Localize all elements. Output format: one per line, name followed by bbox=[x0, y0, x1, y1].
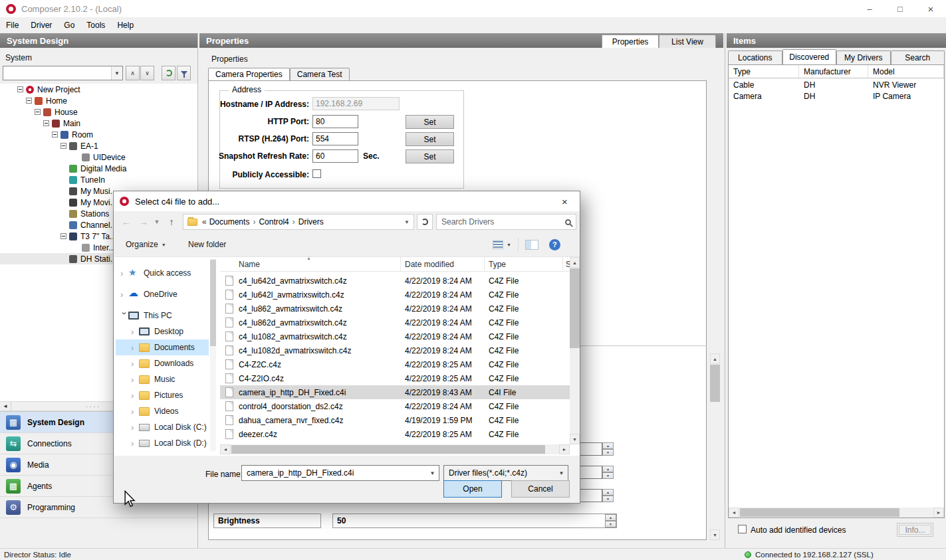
hostname-input[interactable]: 192.168.2.69 bbox=[312, 97, 400, 110]
camera-tab[interactable]: Camera Properties bbox=[208, 68, 290, 80]
items-tab[interactable]: Locations bbox=[728, 50, 782, 64]
menu-item[interactable]: Help bbox=[111, 17, 140, 33]
breadcrumb-item[interactable]: ›Drivers bbox=[289, 217, 324, 227]
property-spinner[interactable]: ▲▼ bbox=[602, 442, 614, 456]
move-up-button[interactable]: ∧ bbox=[126, 66, 140, 80]
spin-down-icon[interactable]: ▼ bbox=[602, 449, 614, 456]
scroll-left-icon[interactable]: ◄ bbox=[729, 508, 739, 517]
sidebar-item[interactable]: › This PC bbox=[116, 308, 209, 324]
file-type-combo[interactable]: Driver files(*.c4i;*.c4z) ▼ bbox=[443, 465, 568, 481]
forward-button[interactable]: → bbox=[135, 213, 152, 231]
open-button[interactable]: Open bbox=[443, 480, 502, 498]
new-folder-button[interactable]: New folder bbox=[188, 240, 226, 249]
tree-item[interactable]: Main bbox=[0, 118, 197, 129]
chevron-right-icon[interactable]: › bbox=[131, 407, 139, 417]
file-row[interactable]: c4_lu642l_avmatrixswitch.c4z 4/22/2019 8… bbox=[220, 288, 570, 302]
chevron-right-icon[interactable]: › bbox=[131, 391, 139, 401]
sidebar-item[interactable]: › Pictures bbox=[116, 387, 209, 403]
items-column-header[interactable]: Type bbox=[729, 65, 799, 78]
chevron-down-icon[interactable]: ▼ bbox=[426, 466, 439, 480]
tree-item[interactable]: Home bbox=[0, 95, 197, 106]
scroll-up-icon[interactable]: ▲ bbox=[570, 257, 580, 268]
spin-down-icon[interactable]: ▼ bbox=[602, 472, 614, 479]
scrollbar-thumb[interactable] bbox=[710, 365, 720, 402]
up-button[interactable]: ↑ bbox=[163, 213, 180, 231]
file-list-horizontal-scrollbar[interactable]: ◄ ► bbox=[220, 444, 570, 454]
breadcrumb-item[interactable]: ›Documents bbox=[209, 217, 250, 227]
breadcrumb-overflow-icon[interactable]: « bbox=[202, 217, 207, 227]
maximize-button[interactable]: □ bbox=[885, 0, 915, 17]
filter-button[interactable] bbox=[177, 66, 191, 80]
expand-toggle-icon[interactable] bbox=[43, 120, 49, 126]
spin-up-icon[interactable]: ▲ bbox=[602, 489, 614, 496]
menu-item[interactable]: Go bbox=[58, 17, 80, 33]
chevron-right-icon[interactable]: › bbox=[120, 268, 128, 278]
scroll-down-icon[interactable]: ▼ bbox=[570, 434, 580, 444]
set-rtsp-port-button[interactable]: Set bbox=[406, 132, 454, 146]
organize-button[interactable]: Organize▼ bbox=[126, 240, 166, 249]
sidebar-item[interactable]: › Local Disk (D:) bbox=[116, 435, 209, 451]
scrollbar-thumb[interactable] bbox=[210, 260, 216, 346]
chevron-right-icon[interactable]: › bbox=[131, 359, 139, 369]
refresh-button[interactable] bbox=[162, 66, 176, 80]
expand-toggle-icon[interactable] bbox=[52, 132, 58, 138]
items-tab[interactable]: Search bbox=[891, 50, 945, 64]
scroll-down-icon[interactable]: ▼ bbox=[710, 529, 720, 540]
property-spinner[interactable]: ▲▼ bbox=[602, 466, 614, 479]
tree-item[interactable]: EA-1 bbox=[0, 140, 197, 151]
chevron-right-icon[interactable]: › bbox=[131, 422, 139, 432]
chevron-right-icon[interactable]: › bbox=[131, 343, 139, 353]
file-list-vertical-scrollbar[interactable]: ▲ ▼ bbox=[570, 257, 580, 444]
items-tab[interactable]: Discovered bbox=[782, 49, 837, 64]
move-down-button[interactable]: ∨ bbox=[140, 66, 154, 80]
dialog-close-button[interactable]: × bbox=[550, 191, 580, 211]
sidebar-scrollbar[interactable] bbox=[210, 258, 216, 451]
info-button[interactable]: Info... bbox=[897, 523, 933, 537]
tree-item[interactable]: Digital Media bbox=[0, 163, 197, 174]
expand-toggle-icon[interactable] bbox=[35, 109, 41, 115]
address-bar[interactable]: « ›Documents›Control4›Drivers ▼ bbox=[183, 214, 414, 230]
scrollbar-thumb[interactable] bbox=[231, 445, 545, 454]
column-header-type[interactable]: Type bbox=[485, 257, 563, 271]
scroll-left-icon[interactable]: ◄ bbox=[220, 444, 231, 454]
file-row[interactable]: c4_lu642d_avmatrixswitch.c4z 4/22/2019 8… bbox=[220, 274, 570, 288]
file-row[interactable]: C4-Z2IO.c4z 4/22/2019 8:25 AM C4Z File bbox=[220, 371, 570, 385]
file-row[interactable]: camera_ip_http_DH_Fixed.c4i 4/22/2019 8:… bbox=[220, 385, 570, 399]
list-view-icon[interactable] bbox=[493, 240, 503, 249]
properties-vertical-scrollbar[interactable]: ▲ ▼ bbox=[710, 353, 720, 540]
chevron-right-icon[interactable]: › bbox=[131, 327, 139, 337]
expand-toggle-icon[interactable] bbox=[60, 233, 66, 239]
search-input[interactable]: Search Drivers bbox=[436, 214, 576, 230]
file-row[interactable]: c4_lu1082d_avmatrixswitch.c4z 4/22/2019 … bbox=[220, 343, 570, 357]
chevron-down-icon[interactable]: ▼ bbox=[111, 66, 122, 80]
close-button[interactable]: × bbox=[915, 0, 946, 17]
publicly-accessible-checkbox[interactable] bbox=[312, 169, 321, 178]
file-row[interactable]: c4_lu1082_avmatrixswitch.c4z 4/22/2019 8… bbox=[220, 329, 570, 343]
chevron-right-icon[interactable]: › bbox=[131, 375, 139, 385]
tree-item[interactable]: Room bbox=[0, 129, 197, 140]
scrollbar-thumb[interactable] bbox=[740, 508, 899, 517]
camera-tab[interactable]: Camera Test bbox=[290, 68, 350, 80]
brightness-spinner[interactable]: ▲▼ bbox=[605, 514, 616, 527]
menu-item[interactable]: Driver bbox=[25, 17, 58, 33]
minimize-button[interactable]: – bbox=[854, 0, 885, 17]
view-tab[interactable]: Properties bbox=[602, 35, 659, 48]
preview-pane-icon[interactable] bbox=[525, 240, 538, 250]
sidebar-item[interactable]: › Downloads bbox=[116, 355, 209, 371]
cancel-button[interactable]: Cancel bbox=[511, 480, 570, 498]
file-row[interactable]: c4_lu862d_avmatrixswitch.c4z 4/22/2019 8… bbox=[220, 316, 570, 329]
sidebar-item[interactable]: › Documents bbox=[116, 339, 209, 355]
back-button[interactable]: ← bbox=[118, 213, 135, 231]
rtsp-port-input[interactable]: 554 bbox=[312, 132, 358, 145]
scroll-right-icon[interactable]: ► bbox=[559, 444, 570, 454]
file-row[interactable]: control4_doorstation_ds2.c4z 4/22/2019 8… bbox=[220, 399, 570, 413]
menu-item[interactable]: File bbox=[0, 17, 25, 33]
column-header-date[interactable]: Date modified bbox=[401, 257, 485, 271]
items-column-header[interactable]: Model bbox=[868, 65, 944, 78]
spin-down-icon[interactable]: ▼ bbox=[605, 521, 616, 527]
search-icon[interactable] bbox=[565, 219, 571, 225]
spin-down-icon[interactable]: ▼ bbox=[602, 496, 614, 502]
view-tab[interactable]: List View bbox=[659, 35, 716, 48]
spin-up-icon[interactable]: ▲ bbox=[605, 514, 616, 521]
items-tab[interactable]: My Drivers bbox=[836, 50, 891, 64]
